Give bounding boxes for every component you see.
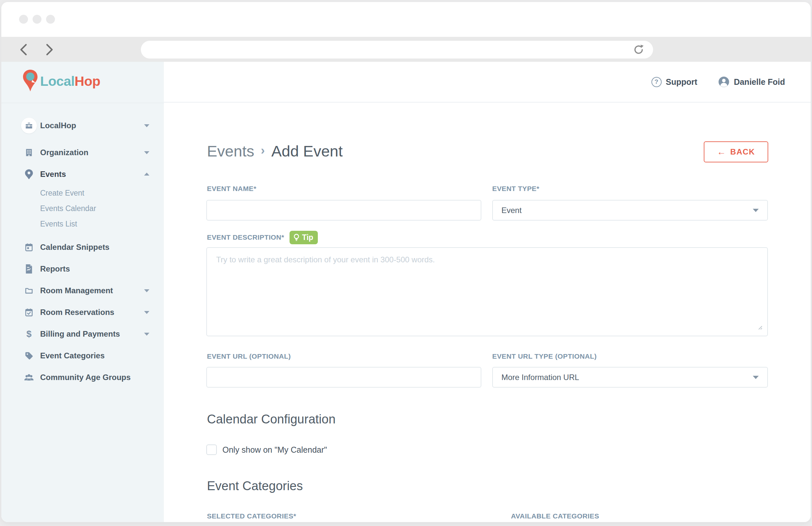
lightbulb-icon — [293, 234, 300, 242]
url-bar[interactable] — [141, 41, 653, 59]
sidebar-nav: LocalHop Organization Events — [1, 103, 164, 388]
sidebar-item-events[interactable]: Events — [1, 163, 164, 185]
refresh-icon[interactable] — [633, 44, 644, 56]
window-control-dot — [32, 15, 42, 24]
window-control-dot — [19, 15, 28, 24]
only-show-my-calendar-checkbox[interactable] — [206, 445, 217, 455]
people-icon — [21, 370, 37, 385]
help-icon: ? — [651, 77, 662, 87]
breadcrumb-events[interactable]: Events — [207, 142, 254, 160]
event-name-label: EVENT NAME* — [207, 185, 256, 193]
building-icon — [21, 145, 37, 161]
sidebar-item-events-calendar[interactable]: Events Calendar — [1, 200, 164, 216]
sidebar-item-room-management[interactable]: Room Management — [1, 280, 164, 301]
sidebar-item-event-categories[interactable]: Event Categories — [1, 345, 164, 366]
user-avatar-icon — [718, 76, 729, 88]
report-document-icon — [21, 261, 37, 277]
chevron-down-icon — [753, 376, 759, 379]
back-nav-icon[interactable] — [19, 43, 28, 56]
event-url-label: EVENT URL (OPTIONAL) — [207, 352, 291, 360]
event-name-input[interactable] — [206, 200, 481, 221]
event-type-label: EVENT TYPE* — [492, 185, 539, 193]
briefcase-icon — [21, 118, 37, 134]
calendar-check-icon — [21, 304, 37, 320]
map-pin-icon — [21, 166, 37, 182]
event-url-input[interactable] — [206, 367, 481, 388]
forward-nav-icon[interactable] — [45, 43, 54, 56]
sidebar-item-billing-and-payments[interactable]: $ Billing and Payments — [1, 323, 164, 345]
folder-icon — [21, 283, 37, 299]
calendar-configuration-title: Calendar Configuration — [207, 412, 336, 426]
sidebar: LocalHop LocalHop Organization — [1, 62, 164, 522]
left-arrow-icon: ← — [717, 147, 726, 157]
sidebar-item-reports[interactable]: Reports — [1, 258, 164, 280]
chevron-down-icon — [753, 209, 759, 212]
sidebar-item-events-list[interactable]: Events List — [1, 216, 164, 231]
main-header: ? Support Danielle Foid — [164, 62, 811, 103]
sidebar-item-organization[interactable]: Organization — [1, 142, 164, 163]
event-categories-title: Event Categories — [207, 479, 303, 493]
resize-grip-icon[interactable] — [756, 324, 763, 332]
browser-window: LocalHop LocalHop Organization — [1, 2, 811, 522]
event-description-label: EVENT DESCRIPTION* — [207, 234, 284, 241]
window-control-dot — [46, 15, 55, 24]
sidebar-item-room-reservations[interactable]: Room Reservations — [1, 301, 164, 323]
available-categories-label: AVAILABLE CATEGORIES — [511, 512, 599, 520]
chevron-down-icon — [144, 289, 149, 292]
app-root: LocalHop LocalHop Organization — [1, 62, 811, 522]
event-description-textarea[interactable] — [206, 247, 768, 336]
support-link[interactable]: ? Support — [651, 77, 697, 87]
localhop-pin-icon — [23, 69, 38, 98]
sidebar-item-localhop[interactable]: LocalHop — [1, 115, 164, 136]
sidebar-item-create-event[interactable]: Create Event — [1, 185, 164, 200]
browser-toolbar — [1, 37, 811, 62]
sidebar-item-community-age-groups[interactable]: Community Age Groups — [1, 366, 164, 388]
dollar-icon: $ — [21, 326, 37, 342]
chevron-down-icon — [144, 311, 149, 314]
chevron-up-icon — [144, 172, 149, 176]
localhop-logo[interactable]: LocalHop — [1, 62, 164, 103]
breadcrumb-separator-icon: › — [254, 144, 272, 157]
event-url-type-label: EVENT URL TYPE (OPTIONAL) — [492, 352, 597, 360]
tag-icon — [21, 348, 37, 364]
chevron-down-icon — [144, 333, 149, 336]
breadcrumb: Events›Add Event — [207, 142, 343, 160]
tip-badge[interactable]: Tip — [290, 231, 318, 244]
chevron-down-icon — [144, 151, 149, 154]
sidebar-item-calendar-snippets[interactable]: Calendar Snippets — [1, 236, 164, 258]
event-type-select[interactable]: Event — [492, 200, 768, 221]
chevron-down-icon — [144, 124, 149, 127]
calendar-icon — [21, 239, 37, 255]
only-show-my-calendar-row: Only show on "My Calendar" — [206, 445, 327, 455]
back-button[interactable]: ← BACK — [704, 141, 768, 162]
selected-categories-label: SELECTED CATEGORIES* — [207, 512, 296, 520]
breadcrumb-current: Add Event — [272, 142, 343, 160]
window-titlebar — [1, 2, 811, 37]
user-menu[interactable]: Danielle Foid — [718, 76, 785, 88]
localhop-logo-text: LocalHop — [40, 74, 100, 89]
only-show-my-calendar-label: Only show on "My Calendar" — [222, 445, 327, 455]
event-url-type-select[interactable]: More Information URL — [492, 367, 768, 388]
main-area: ? Support Danielle Foid Events›Add Event… — [164, 62, 811, 522]
